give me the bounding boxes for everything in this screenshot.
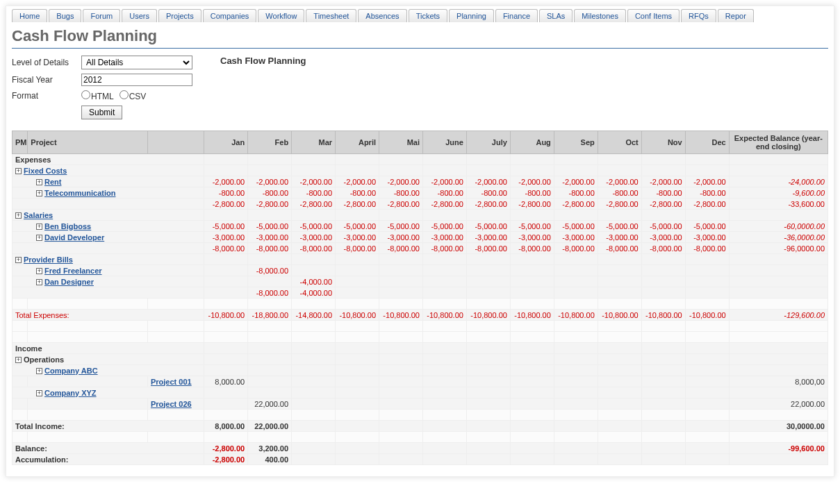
total-expenses-row: Total Expenses:-10,800.00-18,800.00-14,8…: [13, 310, 828, 321]
fiscal-year-label: Fiscal Year: [12, 75, 81, 85]
provider-link[interactable]: Provider Bills: [24, 255, 73, 264]
fixed-costs-row: +Fixed Costs: [13, 165, 828, 176]
project-026-row-link[interactable]: Project 026: [151, 400, 192, 408]
david-row: +David Developer-3,000.00-3,000.00-3,000…: [13, 232, 828, 243]
tab-rfqs[interactable]: RFQs: [681, 9, 716, 22]
company-xyz-row: +Company XYZ: [13, 387, 828, 398]
section-title: Cash Flow Planning: [220, 56, 306, 119]
tab-slas[interactable]: SLAs: [539, 9, 573, 22]
tab-workflow[interactable]: Workflow: [258, 9, 304, 22]
tab-forum[interactable]: Forum: [83, 9, 120, 22]
income-header: Income: [13, 343, 828, 354]
page-title: Cash Flow Planning: [12, 27, 828, 49]
tab-repor[interactable]: Repor: [718, 9, 754, 22]
submit-button[interactable]: Submit: [81, 106, 122, 119]
operations-row: +Operations: [13, 354, 828, 365]
telecom-link[interactable]: Telecommunication: [44, 189, 115, 197]
company-abc-row: +Company ABC: [13, 365, 828, 376]
rent-link[interactable]: Rent: [44, 178, 61, 186]
salaries-row: +Salaries: [13, 210, 828, 221]
expand-icon[interactable]: +: [36, 179, 42, 185]
tab-projects[interactable]: Projects: [158, 9, 201, 22]
level-of-details-label: Level of Details: [12, 58, 81, 67]
tab-milestones[interactable]: Milestones: [574, 9, 626, 22]
balance-row: Balance:-2,800.003,200.00-99,600.00: [13, 443, 828, 454]
provider-row: +Provider Bills: [13, 254, 828, 265]
format-csv-radio[interactable]: [120, 90, 129, 99]
cash-flow-grid: PMProjectJanFebMarAprilMaiJuneJulyAugSep…: [12, 131, 828, 465]
expand-icon[interactable]: +: [36, 235, 42, 241]
project-026-row: Project 02622,000.0022,000.00: [13, 398, 828, 410]
level-of-details-select[interactable]: All Details: [81, 56, 192, 69]
expand-icon[interactable]: +: [15, 212, 22, 219]
expand-icon[interactable]: +: [36, 279, 42, 285]
expand-icon[interactable]: +: [15, 357, 22, 363]
project-001-row: Project 0018,000.008,000,00: [13, 376, 828, 387]
expected-balance-header: Expected Balance (year-end closing): [729, 131, 827, 154]
expand-icon[interactable]: +: [36, 268, 42, 274]
accumulation-row: Accumulation:-2,800.00400.00: [13, 454, 828, 465]
fred-row: +Fred Freelancer-8,000.00: [13, 265, 828, 276]
tab-conf-items[interactable]: Conf Items: [627, 9, 680, 22]
salaries-link[interactable]: Salaries: [24, 211, 53, 219]
project-001-row-link[interactable]: Project 001: [151, 378, 192, 386]
fixed-costs-link[interactable]: Fixed Costs: [24, 167, 67, 175]
company-xyz-link[interactable]: Company XYZ: [44, 389, 97, 397]
expand-icon[interactable]: +: [36, 368, 42, 374]
tab-tickets[interactable]: Tickets: [409, 9, 447, 22]
expand-icon[interactable]: +: [36, 190, 42, 196]
dan-link[interactable]: Dan Designer: [44, 278, 94, 286]
expand-icon[interactable]: +: [15, 257, 22, 263]
expand-icon[interactable]: +: [36, 224, 42, 230]
ben-link[interactable]: Ben Bigboss: [44, 222, 91, 230]
tab-users[interactable]: Users: [122, 9, 157, 22]
ben-row: +Ben Bigboss-5,000.00-5,000.00-5,000.00-…: [13, 221, 828, 232]
tab-planning[interactable]: Planning: [449, 9, 494, 22]
telecom-row: +Telecommunication-800.00-800.00-800.00-…: [13, 187, 828, 199]
expand-icon[interactable]: +: [36, 390, 42, 396]
tab-companies[interactable]: Companies: [203, 9, 257, 22]
fixed-subtotal-row: -2,800.00-2,800.00-2,800.00-2,800.00-2,8…: [13, 199, 828, 210]
salaries-subtotal-row: -8,000.00-8,000.00-8,000.00-8,000.00-8,0…: [13, 243, 828, 254]
format-html-radio[interactable]: [81, 90, 90, 99]
fred-link[interactable]: Fred Freelancer: [44, 267, 102, 275]
total-income-row: Total Income:8,000.0022,000.0030,0000.00: [13, 421, 828, 432]
tab-bugs[interactable]: Bugs: [49, 9, 81, 22]
main-tabs: HomeBugsForumUsersProjectsCompaniesWorkf…: [12, 9, 828, 23]
expenses-header: Expenses: [13, 154, 828, 165]
tab-finance[interactable]: Finance: [495, 9, 538, 22]
format-label: Format: [12, 91, 81, 101]
david-link[interactable]: David Developer: [44, 233, 104, 242]
dan-row: +Dan Designer-4,000.00: [13, 276, 828, 287]
tab-absences[interactable]: Absences: [358, 9, 406, 22]
tab-timesheet[interactable]: Timesheet: [306, 9, 356, 22]
provider-subtotal-row: -8,000.00-4,000.00: [13, 287, 828, 299]
expand-icon[interactable]: +: [15, 168, 22, 174]
fiscal-year-input[interactable]: [81, 74, 192, 86]
rent-row: +Rent-2,000.00-2,000.00-2,000.00-2,000.0…: [13, 176, 828, 187]
company-abc-link[interactable]: Company ABC: [44, 367, 98, 375]
tab-home[interactable]: Home: [12, 9, 47, 22]
